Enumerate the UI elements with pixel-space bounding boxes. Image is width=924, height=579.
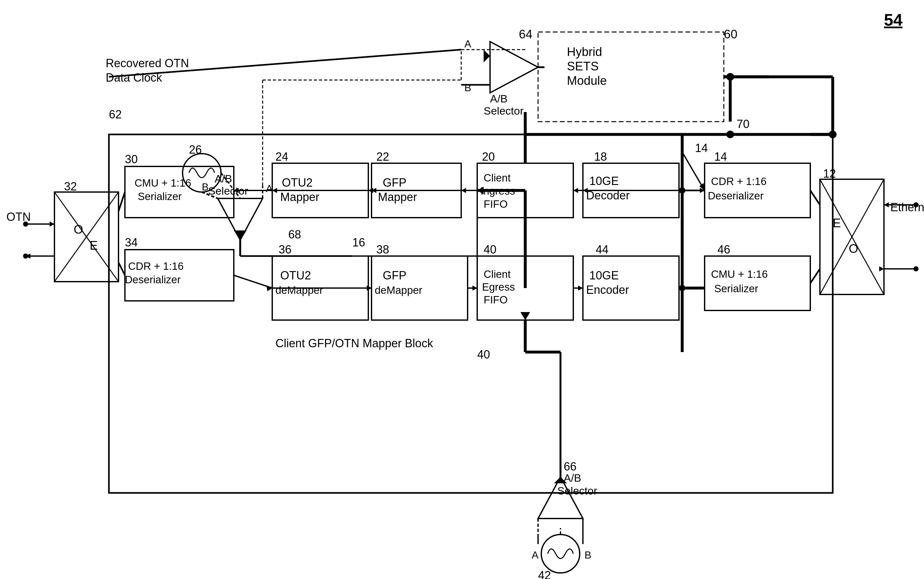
svg-line-33: [118, 262, 125, 275]
svg-marker-70: [879, 266, 884, 272]
id-14: 14: [714, 150, 727, 163]
svg-point-91: [541, 535, 580, 573]
svg-marker-17: [234, 231, 247, 240]
client-ingress-label-1: Client: [483, 172, 511, 184]
svg-marker-106: [583, 188, 588, 193]
id-38: 38: [376, 243, 389, 256]
cmu-serializer-left-label-2: Serializer: [138, 190, 182, 202]
id-16: 16: [352, 236, 365, 249]
ab-bottom-input-b: B: [585, 549, 591, 561]
id-34: 34: [125, 236, 138, 249]
gfp-mapper-label-2: Mapper: [378, 190, 417, 204]
diagram-container: 54 Hybrid SETS Module 60 A B 64 A/B Sele…: [0, 0, 924, 579]
otn-label: OTN: [7, 210, 31, 223]
ethernet-label: Ethernet: [890, 201, 924, 214]
ab-selector-bottom-label: Selector: [557, 484, 597, 497]
cmu-serializer-left-label-1: CMU + 1:16: [134, 177, 191, 189]
id-connection-note: 40: [477, 348, 490, 361]
svg-marker-27: [50, 221, 54, 227]
id-connection: 14: [695, 141, 708, 155]
id-62: 62: [109, 108, 122, 121]
id-40: 40: [483, 243, 496, 256]
oe-left-label-o: O: [74, 223, 83, 236]
id-66: 66: [564, 460, 577, 473]
ab-selector-bottom-label-ab: A/B: [564, 472, 581, 484]
hybrid-sets-label-1: Hybrid: [567, 45, 602, 59]
cdr-deserializer-left-label-1: CDR + 1:16: [128, 260, 183, 272]
oe-left-label-e: E: [90, 239, 98, 252]
id-46: 46: [718, 243, 730, 256]
id-12: 12: [823, 167, 836, 180]
gfp-demapper-label-2: deMapper: [375, 284, 423, 296]
client-ingress-label-3: FIFO: [483, 198, 508, 210]
id-68: 68: [288, 228, 301, 241]
svg-marker-59: [578, 286, 583, 291]
svg-point-104: [679, 285, 685, 291]
id-44: 44: [596, 243, 608, 256]
otu2-mapper-label-1: OTU2: [282, 176, 313, 189]
svg-marker-43: [461, 188, 466, 193]
id-42: 42: [538, 569, 551, 579]
client-egress-label-1: Client: [483, 268, 511, 280]
10ge-decoder-label-1: 10GE: [589, 175, 619, 188]
svg-text:A: A: [464, 38, 472, 50]
10ge-encoder-label-2: Encoder: [586, 283, 629, 296]
otu2-demapper-label-1: OTU2: [280, 269, 311, 282]
svg-line-32: [118, 192, 125, 211]
client-gfp-otn-label: Client GFP/OTN Mapper Block: [275, 337, 433, 350]
svg-marker-121: [272, 188, 277, 193]
svg-point-68: [913, 266, 919, 272]
cdr-deserializer-left-label-2: Deserializer: [125, 274, 181, 286]
id-30: 30: [125, 153, 138, 166]
hybrid-sets-label-3: Module: [567, 74, 607, 87]
id-64: 64: [519, 28, 532, 41]
svg-line-71: [810, 190, 820, 205]
recovered-otn-label-1: Recovered OTN: [106, 57, 189, 70]
svg-point-113: [726, 73, 734, 81]
id-36: 36: [279, 243, 292, 256]
id-20: 20: [482, 150, 495, 163]
id-32: 32: [64, 180, 77, 193]
cdr-deserializer-right-label-1: CDR + 1:16: [711, 175, 767, 187]
id-22: 22: [376, 150, 389, 163]
otu2-demapper-label-2: deMapper: [275, 284, 323, 296]
id-70: 70: [737, 118, 749, 131]
id-18: 18: [594, 150, 607, 163]
svg-marker-47: [573, 188, 578, 193]
svg-line-72: [810, 269, 820, 283]
gfp-mapper-label-1: GFP: [383, 176, 406, 189]
client-egress-label-3: FIFO: [483, 294, 508, 306]
ab-bottom-input-a: A: [532, 549, 539, 561]
client-egress-label-2: Egress: [482, 281, 515, 293]
svg-text:B: B: [202, 181, 208, 193]
id-24: 24: [275, 150, 288, 163]
cmu-serializer-right-label-1: CMU + 1:16: [711, 268, 768, 280]
svg-marker-69: [884, 202, 889, 208]
figure-number: 54: [884, 11, 903, 29]
svg-point-116: [829, 131, 837, 138]
cdr-deserializer-right-label-2: Deserializer: [708, 190, 763, 202]
svg-line-130: [682, 152, 704, 190]
id-60: 60: [724, 28, 737, 41]
svg-point-31: [23, 254, 28, 258]
svg-marker-8: [483, 50, 490, 62]
otu2-mapper-label-2: Mapper: [280, 190, 319, 204]
ab-selector-top-label: A/B: [490, 93, 508, 105]
svg-text:Selector: Selector: [483, 105, 524, 117]
svg-marker-132: [521, 312, 530, 320]
id-26: 26: [189, 143, 202, 156]
eo-right-label-o: O: [849, 242, 858, 255]
svg-text:B: B: [464, 82, 471, 93]
svg-point-66: [913, 202, 919, 208]
hybrid-sets-label-2: SETS: [567, 59, 599, 73]
eo-right-label-e: E: [833, 216, 841, 230]
cmu-serializer-right-label-2: Serializer: [714, 283, 759, 294]
svg-line-49: [234, 275, 272, 288]
gfp-demapper-label-1: GFP: [383, 269, 406, 282]
10ge-encoder-label-1: 10GE: [589, 269, 619, 282]
ab-selector-mid-label-1: A/B: [215, 173, 232, 185]
svg-point-30: [23, 221, 28, 227]
svg-rect-1: [538, 32, 724, 122]
